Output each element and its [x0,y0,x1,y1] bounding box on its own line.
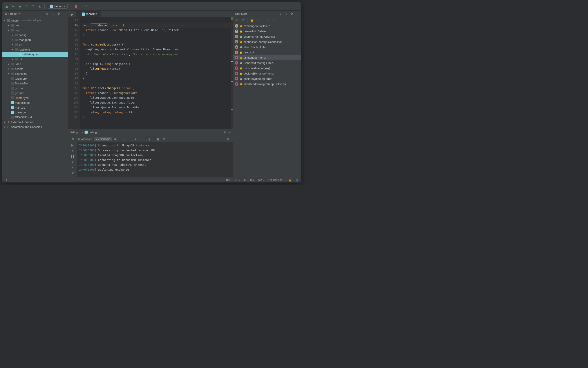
force-step-into-icon[interactable]: ⇓ [133,137,139,141]
file-item[interactable]: klopfer.yml [2,95,68,100]
file-item[interactable]: go.mod [2,86,68,91]
line-number[interactable]: 100 [68,86,78,91]
editor-tab[interactable]: ×rabbitmq [76,11,101,17]
line-number[interactable]: 93 [68,52,78,57]
folder-item[interactable]: ▶cmd [2,23,68,28]
coverage-icon[interactable]: ⟳ [24,3,29,9]
structure-item[interactable]: λ🔒declareQueues() error [233,76,301,81]
run-configuration-selector[interactable]: debug ▼ [48,4,68,9]
close-icon[interactable]: × [79,12,80,16]
code-line[interactable]: func consumeMessages() { [82,42,231,47]
hide-icon[interactable]: — [62,12,67,16]
gear-icon[interactable]: ⚙ [56,12,61,16]
structure-item[interactable]: V🔒channel: *amqp.Channel [233,34,301,39]
line-separator[interactable]: LF ▼ [235,178,241,182]
pause-icon[interactable]: ❚❚ [70,155,75,158]
arrow-down-icon[interactable]: ↓ [70,160,75,163]
line-number[interactable]: 88 [68,28,78,33]
line-number[interactable]: 97 [68,71,78,76]
file-item[interactable]: make.go [2,110,68,115]
code-line[interactable]: } [82,71,231,76]
code-line[interactable]: } [82,33,231,37]
show-fields-icon[interactable]: 🔒 [249,18,255,23]
rerun-button[interactable]: ↻ [70,137,76,141]
attach-icon[interactable] [37,3,43,9]
structure-item[interactable]: λ🔒Connect(f *config.Filter) [233,60,301,65]
layout-icon[interactable]: ⧉ [226,137,231,142]
line-number[interactable]: 86 [68,18,78,23]
resume-icon[interactable]: ▶ [70,144,75,147]
show-non-public-icon[interactable]: ▭ [256,18,261,23]
code-line[interactable]: filter.Queue.Exchange.Name, [82,95,231,100]
profile-icon[interactable]: ↷ [30,3,36,9]
folder-item[interactable]: ▶config [2,33,68,37]
warning-mark[interactable] [231,61,233,62]
file-item[interactable]: magefile.go [2,100,68,105]
run-icon[interactable] [10,3,16,9]
file-item[interactable]: go.sum [2,91,68,95]
code-line[interactable]: } [82,115,231,120]
line-number[interactable]: 106 [68,115,78,120]
hide-icon[interactable]: — [295,12,300,16]
folder-item[interactable]: ▶.idea [2,62,68,66]
line-number[interactable]: 99 [68,81,78,86]
filter-icon[interactable]: ⇕ [284,12,288,16]
gear-icon[interactable]: ⚙ [289,12,294,16]
project-view-selector[interactable]: ☰ Project ▼ [3,12,21,16]
step-out-icon[interactable]: ↑ [139,137,144,141]
close-icon[interactable]: × [82,131,84,134]
step-into-icon[interactable]: ↓ [128,137,133,141]
indent[interactable]: Tab ▼ [258,178,265,182]
line-number[interactable]: 98 [68,76,78,81]
structure-item[interactable]: λ🔒filterHeader(msg *amqp.Delivery) [233,81,301,87]
evaluate-icon[interactable]: ▦ [155,137,161,141]
code-line[interactable]: filterHeader(&msg) [82,66,231,71]
code-editor[interactable]: 8687888990919293949596979899100101102103… [68,17,233,129]
console-tab[interactable]: ▭ Console [94,137,112,141]
folder-item[interactable]: ▶examples [2,71,68,76]
caret-position[interactable]: 87:6 [226,178,231,182]
line-number[interactable]: 103 [68,100,78,105]
folder-item[interactable]: ▶prt [2,42,68,47]
line-number[interactable]: 105 [68,110,78,115]
code-content[interactable]: func bindQueue() error { return channel.… [80,17,231,129]
code-line[interactable] [82,18,231,23]
expand-all-icon[interactable]: ⇕ [51,12,55,16]
variables-tab[interactable]: ≡ Variables [76,137,94,141]
console-output[interactable]: INFO[0000] Connecting to MongoDB instanc… [77,142,233,177]
goland-icon[interactable]: 👤 [295,178,299,182]
locate-icon[interactable]: ⊕ [45,12,49,16]
code-line[interactable]: msgChan, err := channel.Consume(filter.Q… [82,47,231,52]
structure-item[interactable]: λ🔒consumeMessages() [233,65,301,71]
structure-item[interactable]: C🔒exchangeAutoDelete [233,23,301,28]
structure-item[interactable]: λ🔒bindQueue() error [233,55,301,60]
code-line[interactable]: return channel.QueueBind(filter.Queue.Na… [82,28,231,33]
file-item[interactable]: README.md [2,115,68,120]
folder-item[interactable]: ▶assets [2,66,68,71]
code-line[interactable]: for msg := range msgChan { [82,62,231,66]
step-over-icon[interactable]: ⤻ [121,137,127,141]
code-line[interactable]: false, false, false, nil) [82,110,231,115]
stop-icon[interactable] [73,3,79,9]
warning-mark[interactable] [231,81,233,82]
line-number[interactable]: 104 [68,105,78,110]
folder-item[interactable]: ▼rabbitmq [2,47,68,52]
line-number[interactable]: 87 [68,23,78,28]
stop-icon[interactable]: ■ [70,166,75,169]
code-line[interactable]: func bindQueue() error { [82,23,231,28]
line-number[interactable]: 101 [68,91,78,95]
expand-icon[interactable]: ⤢ [265,18,270,23]
tool-window-toggle-icon[interactable]: ▢ [4,178,7,182]
code-line[interactable]: util.HandleFatalError(err, "Failed while… [82,52,231,57]
hide-icon[interactable]: — [228,131,231,134]
code-line[interactable]: return channel.ExchangeDeclare( [82,91,231,95]
file-item[interactable]: .gitignore [2,76,68,81]
git-branch[interactable]: Git: develop ▼ [268,178,285,182]
gear-icon[interactable]: ⚙ [224,131,226,134]
code-line[interactable]: filter.Queue.Exchange.Durable, [82,105,231,110]
structure-item[interactable]: λ🔒declareExchange() error [233,71,301,76]
debug-icon[interactable] [17,3,23,9]
line-number[interactable]: 102 [68,95,78,100]
code-line[interactable] [82,57,231,62]
sort-icon[interactable]: ⇅ [278,12,283,16]
